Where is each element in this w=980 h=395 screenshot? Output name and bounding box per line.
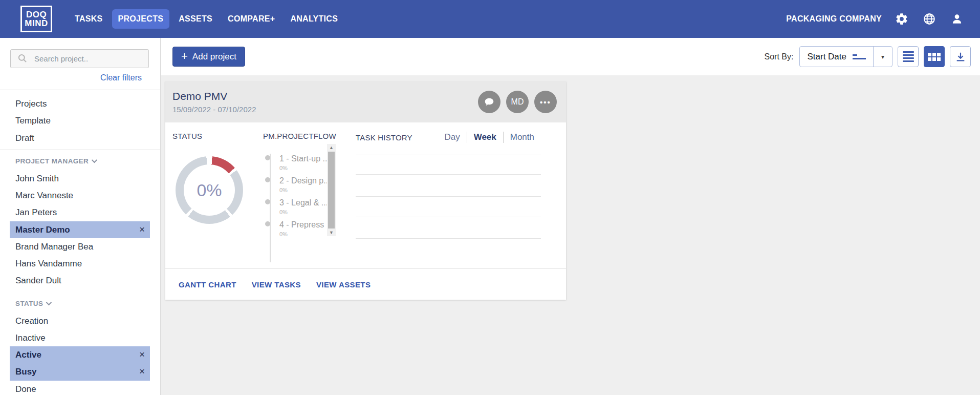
project-card-header: Demo PMV 15/09/2022 - 07/10/2022 MD •••: [165, 81, 566, 122]
pm-item-brand-manager-bea[interactable]: Brand Manager Bea: [10, 238, 150, 255]
sort-by-label: Sort By:: [765, 52, 794, 61]
company-name: PACKAGING COMPANY: [786, 14, 882, 24]
remove-filter-icon[interactable]: ×: [139, 349, 145, 361]
tab-day[interactable]: Day: [438, 132, 466, 142]
status-heading: STATUS: [172, 132, 259, 140]
sort-value: Start Date: [807, 52, 846, 62]
logo-line2: MIND: [25, 19, 48, 28]
view-assets-link[interactable]: VIEW ASSETS: [316, 280, 371, 289]
step-label: 3 - Legal & ...: [279, 198, 328, 207]
step-percent: 0%: [279, 187, 288, 193]
sidebar-item-projects[interactable]: Projects: [10, 95, 150, 112]
scrollbar[interactable]: ▲ ▼: [327, 144, 336, 236]
search-input[interactable]: [10, 49, 149, 68]
nav-assets[interactable]: ASSETS: [172, 9, 219, 29]
main-content: + Add project Sort By: Start Date ▾: [161, 38, 980, 395]
status-item-inactive[interactable]: Inactive: [10, 329, 150, 346]
task-history-heading: TASK HISTORY: [356, 133, 412, 142]
ellipsis-icon: •••: [540, 98, 551, 107]
nav-projects[interactable]: PROJECTS: [112, 9, 170, 29]
sidebar-item-template[interactable]: Template: [10, 112, 150, 129]
project-manager-list: John Smith Marc Vanneste Jan Peters Mast…: [0, 169, 160, 293]
sidebar-item-draft[interactable]: Draft: [10, 130, 150, 147]
speech-bubble-icon: [484, 96, 495, 108]
projects-toolbar: + Add project Sort By: Start Date ▾: [161, 38, 980, 75]
remove-filter-icon[interactable]: ×: [139, 366, 145, 378]
topbar-right: PACKAGING COMPANY: [786, 11, 965, 27]
avatar[interactable]: MD: [506, 91, 529, 113]
export-button[interactable]: [950, 46, 971, 67]
add-project-label: Add project: [192, 52, 236, 62]
step-percent: 0%: [279, 209, 288, 215]
scroll-up-icon[interactable]: ▲: [329, 144, 334, 151]
logo-line1: DOQ: [26, 10, 47, 19]
chart-gridline: [356, 174, 541, 175]
settings-gear-icon: [895, 12, 908, 26]
view-tasks-link[interactable]: VIEW TASKS: [252, 280, 301, 289]
more-options-button[interactable]: •••: [534, 91, 557, 113]
pm-item-sander-dult[interactable]: Sander Dult: [10, 272, 150, 289]
status-item-label: Active: [15, 350, 41, 360]
download-icon: [955, 51, 966, 63]
chart-gridline: [356, 155, 541, 155]
pm-item-john-smith[interactable]: John Smith: [10, 170, 150, 187]
project-card-actions: MD •••: [478, 91, 557, 113]
tab-month[interactable]: Month: [504, 132, 541, 142]
nav-analytics[interactable]: ANALYTICS: [284, 9, 344, 29]
settings-button[interactable]: [894, 11, 909, 27]
nav-tasks[interactable]: TASKS: [69, 9, 109, 29]
chart-gridline: [356, 238, 541, 239]
status-item-label: Busy: [15, 367, 37, 377]
chevron-down-icon: [46, 300, 52, 305]
pm-item-jan-peters[interactable]: Jan Peters: [10, 204, 150, 221]
language-globe-icon: [923, 12, 936, 26]
section-project-manager[interactable]: PROJECT MANAGER: [0, 150, 160, 169]
user-profile-icon: [950, 12, 964, 26]
plus-icon: +: [181, 51, 188, 62]
project-card-titleblock: Demo PMV 15/09/2022 - 07/10/2022: [172, 90, 256, 114]
status-item-busy[interactable]: Busy ×: [10, 363, 150, 380]
grid-view-button[interactable]: [924, 46, 945, 67]
sort-direction-icon: [853, 54, 866, 59]
sort-select: Start Date ▾: [799, 46, 892, 67]
profile-button[interactable]: [949, 11, 965, 27]
status-filter-list: Creation Inactive Active × Busy × Done: [0, 311, 160, 395]
task-history-tabs: Day Week Month: [438, 132, 541, 143]
step-label: 4 - Prepress: [279, 220, 324, 230]
toolbar-right: Sort By: Start Date ▾: [765, 46, 971, 67]
scroll-down-icon[interactable]: ▼: [329, 229, 334, 236]
clear-filters-link[interactable]: Clear filters: [0, 73, 142, 82]
step-label: 1 - Start-up ...: [279, 154, 330, 163]
tab-week[interactable]: Week: [467, 132, 503, 142]
app-logo[interactable]: DOQ MIND: [20, 6, 52, 32]
list-view-button[interactable]: [898, 46, 919, 67]
status-item-done[interactable]: Done: [10, 381, 150, 395]
step-circle-icon: [265, 221, 270, 226]
gantt-chart-link[interactable]: GANTT CHART: [179, 280, 236, 289]
search-icon: [17, 53, 28, 66]
step-circle-icon: [265, 199, 270, 204]
pm-item-label: Master Demo: [15, 225, 70, 235]
project-date-range: 15/09/2022 - 07/10/2022: [172, 105, 256, 114]
status-item-active[interactable]: Active ×: [10, 346, 150, 363]
add-project-button[interactable]: + Add project: [172, 47, 245, 67]
pm-item-master-demo[interactable]: Master Demo ×: [10, 221, 150, 238]
project-card-footer: GANTT CHART VIEW TASKS VIEW ASSETS: [165, 268, 566, 300]
remove-filter-icon[interactable]: ×: [139, 224, 145, 236]
section-status[interactable]: STATUS: [0, 293, 160, 311]
nav-compare[interactable]: COMPARE+: [222, 9, 281, 29]
main-nav: TASKS PROJECTS ASSETS COMPARE+ ANALYTICS: [69, 9, 344, 29]
pm-item-marc-vanneste[interactable]: Marc Vanneste: [10, 187, 150, 204]
language-button[interactable]: [922, 11, 937, 27]
type-filter-list: Projects Template Draft: [0, 90, 160, 150]
step-label: 2 - Design p...: [279, 176, 331, 185]
pm-item-hans-vandamme[interactable]: Hans Vandamme: [10, 255, 150, 272]
comments-button[interactable]: [478, 91, 500, 113]
scrollbar-thumb[interactable]: [328, 152, 335, 228]
filter-sidebar: Clear filters Projects Template Draft PR…: [0, 38, 161, 395]
sort-dropdown-button[interactable]: ▾: [874, 47, 892, 67]
chart-gridline: [356, 217, 541, 217]
section-title-label: PROJECT MANAGER: [15, 157, 89, 165]
status-item-creation[interactable]: Creation: [10, 313, 150, 329]
sort-value-button[interactable]: Start Date: [800, 47, 873, 67]
